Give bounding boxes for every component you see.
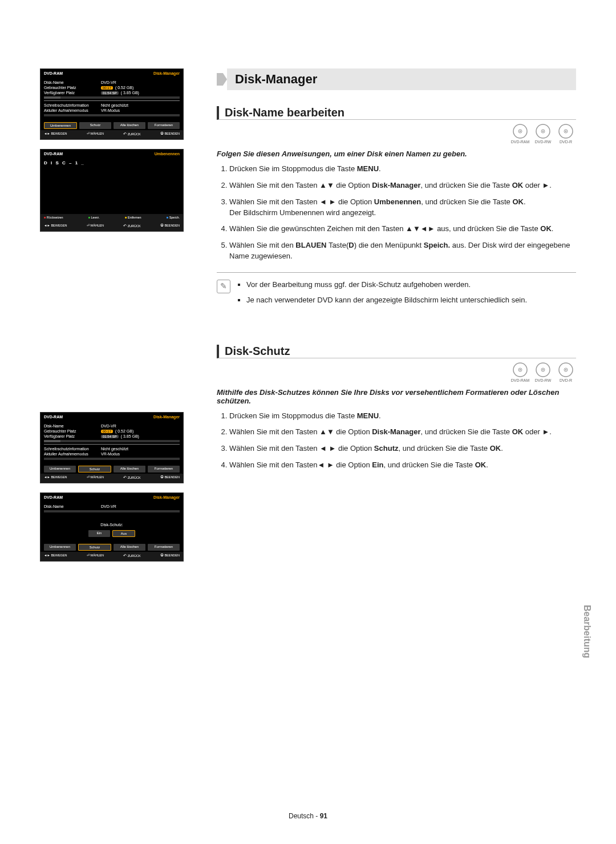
section-heading-1: Disk-Name bearbeiten — [217, 106, 576, 120]
note-icon: ✎ — [217, 280, 230, 293]
osd-medium: DVD-RAM — [44, 71, 63, 75]
f-exit: ⦿ BEENDEN — [160, 224, 180, 228]
step: Wählen Sie mit den Tasten ▲▼ die Option … — [229, 180, 576, 191]
val: VR-Modus — [101, 108, 180, 112]
lbl: Disk-Name — [44, 80, 101, 84]
step: Wählen Sie mit den BLAUEN Taste(D) die d… — [229, 240, 576, 262]
f-exit: ⦿ BEENDEN — [160, 554, 180, 558]
section1-intro: Folgen Sie diesen Anweisungen, um einer … — [217, 150, 576, 158]
f-b: ■ Leerz. — [88, 216, 100, 219]
osd-btn-rename: Umbenennen — [44, 544, 76, 551]
disc-icon: DVD-R — [556, 362, 576, 382]
osd-btn-delete: Alle löschen — [114, 466, 145, 473]
section1-steps: Drücken Sie im Stoppmodus die Taste MENU… — [217, 164, 576, 262]
lbl: Disk-Name — [44, 424, 101, 428]
section2-steps: Drücken Sie im Stoppmodus die Taste MENU… — [217, 411, 576, 471]
lbl: Verfügbarer Platz — [44, 91, 101, 95]
f-select: ⏎ WÄHLEN — [87, 224, 104, 228]
disc-icons: DVD-RAMDVD-RWDVD-R — [217, 362, 576, 382]
protect-off: Aus — [112, 530, 135, 537]
divider — [217, 272, 576, 273]
step: Drücken Sie im Stoppmodus die Taste MENU… — [229, 164, 576, 175]
osd-btn-rename: Umbenennen — [44, 466, 76, 473]
osd-btn-rename: Umbenennen — [44, 122, 77, 129]
val: Nicht geschützt — [101, 103, 180, 107]
progress-bar — [44, 96, 180, 99]
lbl: Verfügbarer Platz — [44, 434, 101, 438]
f-back: ↶ ZURÜCK — [123, 224, 140, 228]
text: ( 0.52 GB) — [115, 429, 133, 433]
text: ( 0.52 GB) — [115, 86, 133, 90]
f-select: ⏎ WÄHLEN — [87, 132, 104, 136]
svg-point-17 — [565, 369, 567, 370]
progress-bar — [44, 114, 180, 116]
pill: 01:54 SP — [101, 91, 119, 95]
f-move: ◄► BEWEGEN — [44, 132, 67, 136]
val: 01:54 SP ( 3.85 GB) — [101, 91, 180, 95]
f-move: ◄► BEWEGEN — [44, 224, 67, 228]
f-exit: ⦿ BEENDEN — [160, 132, 180, 136]
step: Wählen Sie mit den Tasten ◄ ► die Option… — [229, 443, 576, 454]
val: DVD-VR — [101, 424, 180, 428]
val: Nicht geschützt — [101, 447, 180, 451]
val: DVD-VR — [101, 80, 180, 84]
side-tab: Bearbeitung — [582, 605, 592, 658]
osd-medium: DVD-RAM — [44, 495, 63, 499]
osd-btn-format: Formatieren — [148, 466, 180, 473]
osd-btn-delete: Alle löschen — [114, 544, 145, 551]
step: Wählen Sie mit den Tasten ▲▼ die Option … — [229, 427, 576, 438]
disc-icons: DVD-RAMDVD-RWDVD-R — [217, 123, 576, 144]
note-item: Vor der Bearbeitung muss ggf. der Disk-S… — [246, 280, 527, 290]
f-back: ↶ ZURÜCK — [123, 475, 140, 480]
step: Drücken Sie im Stoppmodus die Taste MENU… — [229, 411, 576, 422]
text: ( 3.85 GB) — [121, 434, 139, 438]
page-footer: Deutsch - 91 — [0, 812, 616, 820]
f-a: ■ Rücksetzen — [44, 216, 63, 219]
f-back: ↶ ZURÜCK — [123, 554, 140, 558]
disc-icon: DVD-RW — [533, 123, 553, 144]
svg-point-2 — [520, 131, 521, 132]
disc-icon: DVD-RAM — [510, 123, 530, 144]
pill: 01:54 SP — [101, 435, 119, 438]
arrow-marker-icon — [217, 73, 227, 86]
disc-icon: DVD-RAM — [510, 362, 530, 382]
lbl: Disk-Name — [44, 504, 101, 508]
val: DVD-VR — [101, 504, 180, 508]
page-title: Disk-Manager — [227, 68, 576, 90]
f-select: ⏎ WÄHLEN — [87, 475, 104, 480]
f-select: ⏎ WÄHLEN — [87, 554, 104, 558]
pill: 00:17 — [101, 430, 113, 433]
osd-btn-format: Formatieren — [148, 544, 180, 551]
lbl: Schreibschutzinformation — [44, 447, 101, 451]
osd-title: Disk-Manager — [153, 495, 180, 499]
f-exit: ⦿ BEENDEN — [160, 475, 180, 480]
val: 00:17 ( 0.52 GB) — [101, 86, 180, 90]
progress-bar — [44, 510, 180, 512]
osd-btn-delete: Alle löschen — [114, 122, 145, 129]
lbl: Gebrauchter Platz — [44, 86, 101, 90]
osd-medium: DVD-RAM — [44, 152, 63, 156]
f-back: ↶ ZURÜCK — [123, 132, 140, 136]
osd-btn-format: Formatieren — [148, 122, 180, 129]
text: ( 3.85 GB) — [121, 91, 139, 95]
osd-title: Umbenennen — [155, 152, 180, 156]
val: 01:54 SP ( 3.85 GB) — [101, 434, 180, 438]
osd-disk-manager-1: DVD-RAM Disk-Manager Disk-NameDVD-VR Geb… — [40, 68, 184, 140]
osd-disk-manager-2: DVD-RAM Disk-Manager Disk-NameDVD-VR Geb… — [40, 412, 184, 483]
lbl: Aktuller Aufnahmemodus — [44, 108, 101, 112]
section-heading-2: Disk-Schutz — [217, 345, 576, 358]
svg-point-5 — [542, 131, 544, 132]
f-move: ◄► BEWEGEN — [44, 554, 67, 558]
osd-title: Disk-Manager — [153, 415, 180, 419]
svg-point-14 — [542, 369, 544, 370]
val: VR-Modus — [101, 452, 180, 456]
disc-icon: DVD-R — [556, 123, 576, 144]
lbl: Schreibschutzinformation — [44, 103, 101, 107]
pill: 00:17 — [101, 86, 113, 90]
val: 00:17 ( 0.52 GB) — [101, 429, 180, 433]
progress-bar — [44, 458, 180, 460]
osd-title: Disk-Manager — [153, 71, 180, 75]
step: Wählen Sie mit den Tasten ◄ ► die Option… — [229, 197, 576, 219]
f-c: ■ Entfernen — [125, 216, 141, 219]
osd-rename: DVD-RAM Umbenennen D I S C – 1 _ ■ Rücks… — [40, 149, 184, 232]
